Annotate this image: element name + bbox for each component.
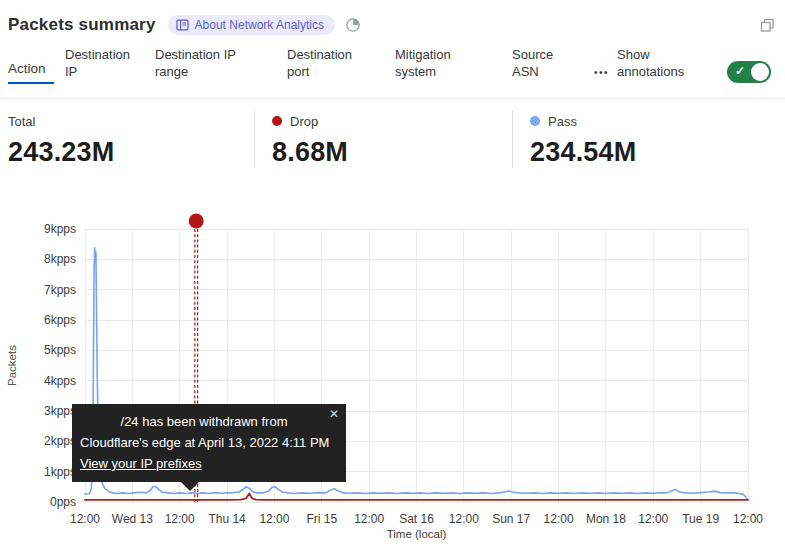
y-tick-label: 4kpps bbox=[44, 374, 76, 388]
more-tabs-icon[interactable]: ••• bbox=[594, 67, 612, 78]
x-tick-label: 12:00 bbox=[733, 512, 763, 526]
stat-drop-label: Drop bbox=[290, 114, 318, 129]
x-tick-label: Tue 19 bbox=[682, 512, 719, 526]
close-icon[interactable]: ✕ bbox=[329, 408, 339, 420]
x-tick-label: Wed 13 bbox=[112, 512, 153, 526]
tab-source-asn[interactable]: Source ASN bbox=[512, 46, 567, 80]
x-tick-label: 12:00 bbox=[165, 512, 195, 526]
y-tick-label: 5kpps bbox=[44, 343, 76, 357]
x-tick-label: Sat 16 bbox=[399, 512, 434, 526]
annotation-marker[interactable] bbox=[189, 214, 204, 229]
tab-destination-ip-range[interactable]: Destination IP range bbox=[155, 46, 255, 80]
page-title: Packets summary bbox=[8, 15, 156, 35]
stat-pass-value: 234.54M bbox=[530, 137, 732, 168]
x-tick-label: Thu 14 bbox=[208, 512, 246, 526]
tab-destination-port[interactable]: Destination port bbox=[287, 46, 367, 80]
show-annotations-toggle[interactable]: ✓ bbox=[727, 61, 771, 83]
tooltip-line-1: /24 has been withdrawn from bbox=[80, 411, 334, 432]
dimension-tab-bar: Action Destination IP Destination IP ran… bbox=[0, 40, 785, 99]
stat-pass: Pass 234.54M bbox=[512, 111, 732, 168]
tab-action[interactable]: Action bbox=[8, 60, 54, 84]
badge-label: About Network Analytics bbox=[195, 18, 324, 32]
y-tick-label: 6kpps bbox=[44, 313, 76, 327]
drop-dot bbox=[272, 116, 282, 126]
header: Packets summary About Network Analytics bbox=[0, 0, 785, 40]
tab-mitigation-system[interactable]: Mitigation system bbox=[395, 46, 480, 80]
stat-drop-value: 8.68M bbox=[272, 137, 512, 168]
x-tick-label: 12:00 bbox=[638, 512, 668, 526]
x-tick-label: 12:00 bbox=[354, 512, 384, 526]
about-network-analytics-badge[interactable]: About Network Analytics bbox=[168, 15, 335, 35]
stat-pass-label: Pass bbox=[548, 114, 577, 129]
duplicate-icon[interactable] bbox=[760, 18, 775, 33]
annotation-tooltip: ✕ /24 has been withdrawn from Cloudflare… bbox=[72, 404, 346, 482]
tab-destination-ip[interactable]: Destination IP bbox=[65, 46, 140, 80]
x-tick-label: Fri 15 bbox=[306, 512, 337, 526]
x-tick-label: 12:00 bbox=[544, 512, 574, 526]
x-tick-label: 12:00 bbox=[449, 512, 479, 526]
packets-time-series-chart: 0pps1kpps2kpps3kpps4kpps5kpps6kpps7kpps8… bbox=[0, 205, 785, 555]
x-tick-label: Mon 18 bbox=[586, 512, 626, 526]
book-icon bbox=[176, 19, 189, 31]
tooltip-line-2: Cloudflare's edge at April 13, 2022 4:11… bbox=[80, 432, 334, 453]
y-tick-label: 8kpps bbox=[44, 252, 76, 266]
stat-total-value: 243.23M bbox=[8, 137, 254, 168]
view-ip-prefixes-link[interactable]: View your IP prefixes bbox=[80, 456, 202, 471]
stat-total: Total 243.23M bbox=[0, 111, 254, 168]
y-axis-title: Packets bbox=[6, 345, 18, 386]
x-tick-label: Sun 17 bbox=[492, 512, 530, 526]
show-annotations-label: Show annotations bbox=[617, 46, 702, 80]
pie-chart-icon[interactable] bbox=[345, 17, 361, 33]
y-tick-label: 0pps bbox=[50, 495, 76, 509]
x-tick-label: 12:00 bbox=[259, 512, 289, 526]
chart-svg: 0pps1kpps2kpps3kpps4kpps5kpps6kpps7kpps8… bbox=[0, 205, 785, 555]
pass-dot bbox=[530, 116, 540, 126]
summary-stats: Total 243.23M Drop 8.68M Pass 234.54M bbox=[0, 99, 785, 168]
stat-drop: Drop 8.68M bbox=[254, 111, 512, 168]
y-tick-label: 7kpps bbox=[44, 283, 76, 297]
check-icon: ✓ bbox=[735, 64, 745, 78]
x-tick-label: 12:00 bbox=[70, 512, 100, 526]
toggle-knob bbox=[751, 63, 769, 81]
stat-total-label: Total bbox=[8, 114, 35, 129]
y-tick-label: 9kpps bbox=[44, 222, 76, 236]
x-axis-title: Time (local) bbox=[387, 528, 447, 540]
